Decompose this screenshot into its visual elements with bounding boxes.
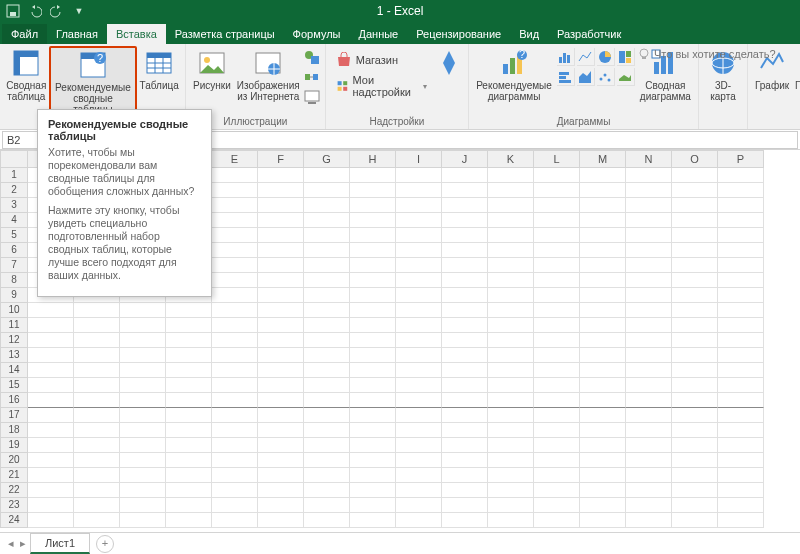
column-chart-icon[interactable] [557, 48, 575, 66]
cell[interactable] [396, 423, 442, 438]
cell[interactable] [28, 423, 74, 438]
cell[interactable] [718, 318, 764, 333]
cell[interactable] [442, 228, 488, 243]
cell[interactable] [212, 288, 258, 303]
cell[interactable] [534, 168, 580, 183]
cell[interactable] [718, 273, 764, 288]
scatter-chart-icon[interactable] [597, 68, 615, 86]
cell[interactable] [304, 483, 350, 498]
cell[interactable] [212, 348, 258, 363]
cell[interactable] [488, 198, 534, 213]
cell[interactable] [212, 423, 258, 438]
cell[interactable] [212, 213, 258, 228]
cell[interactable] [258, 333, 304, 348]
cell[interactable] [166, 408, 212, 423]
screenshot-icon[interactable] [303, 88, 321, 106]
cell[interactable] [304, 183, 350, 198]
cell[interactable] [350, 348, 396, 363]
tell-me-input[interactable] [654, 48, 794, 60]
cell[interactable] [304, 393, 350, 408]
cell[interactable] [304, 423, 350, 438]
cell[interactable] [258, 318, 304, 333]
cell[interactable] [488, 408, 534, 423]
cell[interactable] [534, 483, 580, 498]
cell[interactable] [304, 438, 350, 453]
cell[interactable] [396, 318, 442, 333]
cell[interactable] [258, 198, 304, 213]
cell[interactable] [534, 288, 580, 303]
cell[interactable] [120, 378, 166, 393]
cell[interactable] [350, 273, 396, 288]
cell[interactable] [580, 498, 626, 513]
cell[interactable] [626, 423, 672, 438]
cell[interactable] [350, 228, 396, 243]
cell[interactable] [718, 198, 764, 213]
cell[interactable] [580, 408, 626, 423]
cell[interactable] [442, 348, 488, 363]
cell[interactable] [258, 513, 304, 528]
cell[interactable] [626, 213, 672, 228]
cell[interactable] [304, 498, 350, 513]
cell[interactable] [166, 303, 212, 318]
tab-file[interactable]: Файл [2, 24, 47, 44]
cell[interactable] [120, 483, 166, 498]
cell[interactable] [718, 453, 764, 468]
cell[interactable] [488, 423, 534, 438]
cell[interactable] [442, 393, 488, 408]
cell[interactable] [28, 438, 74, 453]
cell[interactable] [350, 438, 396, 453]
column-header[interactable]: F [258, 150, 304, 168]
cell[interactable] [120, 438, 166, 453]
cell[interactable] [672, 513, 718, 528]
cell[interactable] [212, 513, 258, 528]
cell[interactable] [304, 168, 350, 183]
cell[interactable] [488, 333, 534, 348]
cell[interactable] [718, 333, 764, 348]
cell[interactable] [626, 303, 672, 318]
cell[interactable] [718, 303, 764, 318]
row-header[interactable]: 10 [0, 303, 28, 318]
cell[interactable] [534, 183, 580, 198]
cell[interactable] [120, 303, 166, 318]
cell[interactable] [166, 318, 212, 333]
cell[interactable] [488, 318, 534, 333]
cell[interactable] [580, 183, 626, 198]
cell[interactable] [120, 408, 166, 423]
cell[interactable] [672, 483, 718, 498]
cell[interactable] [74, 453, 120, 468]
cell[interactable] [74, 513, 120, 528]
cell[interactable] [350, 393, 396, 408]
row-header[interactable]: 23 [0, 498, 28, 513]
cell[interactable] [212, 228, 258, 243]
cell[interactable] [580, 483, 626, 498]
tab-developer[interactable]: Разработчик [548, 24, 630, 44]
cell[interactable] [28, 483, 74, 498]
cell[interactable] [120, 318, 166, 333]
cell[interactable] [304, 348, 350, 363]
cell[interactable] [626, 453, 672, 468]
cell[interactable] [396, 348, 442, 363]
cell[interactable] [442, 483, 488, 498]
pie-chart-icon[interactable] [597, 48, 615, 66]
row-header[interactable]: 1 [0, 168, 28, 183]
cell[interactable] [672, 273, 718, 288]
cell[interactable] [626, 258, 672, 273]
cell[interactable] [580, 423, 626, 438]
line-chart-icon[interactable] [577, 48, 595, 66]
cell[interactable] [534, 273, 580, 288]
sheet-nav-prev-icon[interactable]: ◂ [8, 537, 14, 550]
column-header[interactable]: O [672, 150, 718, 168]
cell[interactable] [534, 303, 580, 318]
cell[interactable] [120, 453, 166, 468]
cell[interactable] [580, 393, 626, 408]
cell[interactable] [120, 393, 166, 408]
cell[interactable] [442, 318, 488, 333]
cell[interactable] [626, 393, 672, 408]
cell[interactable] [626, 168, 672, 183]
cell[interactable] [304, 198, 350, 213]
cell[interactable] [534, 393, 580, 408]
column-header[interactable]: P [718, 150, 764, 168]
cell[interactable] [672, 498, 718, 513]
cell[interactable] [350, 168, 396, 183]
cell[interactable] [304, 243, 350, 258]
